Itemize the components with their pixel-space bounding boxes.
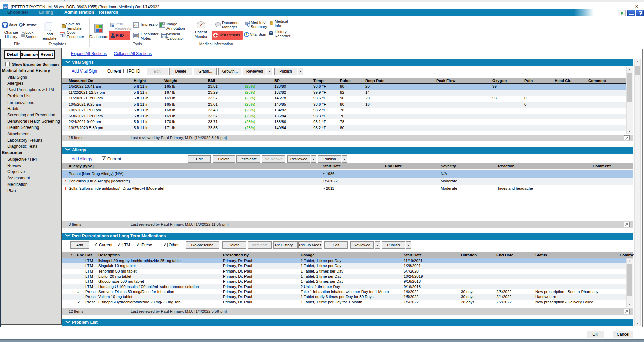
sidebar-item-review[interactable]: Review [7, 163, 21, 168]
rx-history--button[interactable]: Rx History... [273, 241, 298, 249]
delete-button[interactable]: Delete [222, 241, 246, 249]
menu-tab-administration[interactable]: Administration [64, 10, 94, 15]
popout-icon[interactable] [624, 222, 630, 227]
menu-tab-editing[interactable]: Editing [39, 10, 53, 15]
tab-summary[interactable]: Summary [21, 51, 39, 58]
menu-tab-research[interactable]: Research [99, 10, 118, 15]
vitalsign-icon[interactable] [244, 31, 249, 37]
sidebar-item-assessment[interactable]: Assessment [7, 176, 30, 180]
menu-tab-encounter[interactable]: Encounter [7, 10, 28, 15]
column-header-measured-on[interactable]: Measured On [69, 79, 93, 83]
column-header-start-date[interactable]: Start Date [404, 253, 422, 257]
floppy-icon[interactable] [2, 22, 8, 28]
add-link[interactable]: Add Allergy [72, 156, 92, 161]
column-header-start-date[interactable]: Start Date [323, 164, 341, 168]
notes-icon[interactable] [133, 33, 139, 38]
table-row[interactable]: LTMGlucophage 500 mg tabletPrimary, Dr. … [62, 279, 626, 284]
edit-button[interactable]: Edit [188, 155, 211, 163]
copy-icon[interactable] [60, 31, 65, 37]
table-row[interactable]: ✓PrescSerevent Diskus 50 mcg/Dose for In… [62, 289, 626, 294]
column-header-dosage[interactable]: Dosage [301, 253, 315, 257]
filter-checkbox-current[interactable] [102, 156, 106, 161]
table-row[interactable]: 11/20/2021 3:06 pm5 ft 11 in169 lb23.57(… [62, 96, 626, 102]
restore-button[interactable] [636, 10, 644, 16]
delete-button[interactable]: Delete [213, 155, 235, 163]
collapse-all-sections-link[interactable]: Collapse All Sections [114, 51, 152, 56]
gauge-icon[interactable] [197, 21, 205, 28]
chevron-down-icon[interactable] [65, 60, 71, 64]
publish-dropdown-arrow[interactable] [342, 155, 347, 163]
column-header-comment[interactable]: Comment [593, 164, 611, 168]
table-row[interactable]: LTMSingulair 10 mg tabletPrimary, Dr. Pa… [62, 263, 626, 268]
tab-detail[interactable]: Detail [5, 51, 21, 58]
table-row[interactable]: ✓PrescLisinopril-Hydrochlorothiazide 20 … [62, 300, 626, 305]
rxhub-meds-button[interactable]: RxHub Meds [298, 241, 322, 249]
ribbon-button-dashboard[interactable]: Dashboard [89, 35, 109, 39]
column-header-head-cir-[interactable]: Head Cir. [555, 79, 571, 83]
ribbon-button-load-template[interactable]: Load Template [39, 32, 58, 41]
sidebar-item-medication[interactable]: Medication [7, 182, 27, 187]
impression-icon[interactable] [133, 22, 139, 28]
section-header-allergy[interactable]: Allergy [62, 147, 633, 154]
section-header-problem-list[interactable]: Problem List [62, 319, 633, 326]
table-row[interactable]: 10/27/2020 5:30 pm5 ft 11 in171 lb23.85(… [62, 125, 626, 132]
table-row[interactable]: !Penicillins [Drug Allergy] [Moderate]1/… [62, 178, 633, 185]
dashboard-icon[interactable] [94, 24, 103, 33]
column-header-allergy-type-[interactable]: Allergy [type] [69, 164, 94, 168]
ribbon-button-save-as-template[interactable]: Save as Template [66, 22, 86, 31]
column-header-comme[interactable]: Comme [620, 253, 634, 257]
sidebar-item-objective[interactable]: Objective [7, 169, 25, 174]
sidebar-item-health-screening[interactable]: Health Screening [7, 125, 39, 130]
show-encounter-summary-checkbox[interactable] [5, 62, 10, 66]
column-header-peak-flow[interactable]: Peak Flow [436, 79, 455, 83]
ribbon-button-image-annotation[interactable]: Image Annotation [166, 22, 192, 31]
filter-checkbox-other[interactable] [163, 243, 168, 247]
show-encounter-summary[interactable]: Show Encounter Summary [5, 62, 59, 66]
column-header-resp-rate[interactable]: Resp Rate [365, 79, 384, 83]
column-header--[interactable]: ! [71, 253, 72, 257]
ribbon-button-change-history[interactable]: Change History [3, 30, 19, 39]
chevron-down-icon[interactable] [65, 233, 71, 238]
sidebar-item-screening-and-prevention[interactable]: Screening and Prevention [7, 113, 55, 117]
publish-button[interactable]: Publish [382, 241, 405, 249]
column-header-enc-[interactable]: Enc. [77, 253, 85, 257]
graph--button[interactable]: Graph... [194, 68, 217, 75]
column-header-description[interactable]: Description [98, 253, 120, 257]
cancel-button[interactable]: Cancel [613, 331, 633, 338]
delete-button[interactable]: Delete [169, 68, 192, 75]
ribbon-button-lock-screen[interactable]: Lock Screen [25, 30, 40, 39]
ribbon-button-phd[interactable]: PHD [109, 31, 130, 40]
minimize-button[interactable] [627, 10, 635, 16]
image-icon[interactable] [159, 22, 165, 28]
ribbon-button-vital-sign[interactable]: Vital Sign [250, 32, 270, 37]
ok-button[interactable]: OK [587, 331, 604, 338]
column-header-pulse[interactable]: Pulse [340, 79, 351, 83]
save-template-icon[interactable] [60, 22, 65, 28]
table-row[interactable]: LTMlisinopril 20 mg-hydrochlorothiazide … [62, 258, 626, 263]
lock-icon[interactable] [20, 32, 26, 37]
edit-button[interactable]: Edit [324, 241, 348, 249]
sidebar-item-problem-list[interactable]: Problem List [7, 94, 30, 98]
sidebar-item-allergies[interactable]: Allergies [7, 81, 23, 86]
terminate-button[interactable]: Terminate [236, 155, 260, 163]
ribbon-button-encounter-notes[interactable]: Encounter Notes [141, 32, 164, 41]
sidebar-item-laboratory-results[interactable]: Laboratory Results [7, 138, 42, 143]
sidebar-item-plan[interactable]: Plan [7, 188, 16, 193]
growth--button[interactable]: Growth... [218, 68, 241, 75]
reviewed-button[interactable]: Reviewed [350, 241, 374, 249]
reviewed-dropdown-arrow[interactable] [311, 155, 316, 163]
table-row[interactable]: 10/5/2021 9:25 am5 ft 11 in165 lb23.01(2… [62, 102, 626, 108]
column-header-temp[interactable]: Temp [313, 79, 324, 83]
sidebar-item-behavioral-health-screening[interactable]: Behavioral Health Screening [7, 119, 60, 124]
column-header-weight[interactable]: Weight [164, 79, 177, 83]
table-row[interactable]: LTMHumalog U-100 Insulin 100 unit/mL sub… [62, 284, 626, 289]
ribbon-button-document-manager[interactable]: Document Manager [222, 21, 244, 29]
table-row[interactable]: !Sulfa (sulfonamide antibiotics) [Drug A… [62, 185, 633, 192]
sidebar-item-diagnostic-tests[interactable]: Diagnostic Tests [7, 144, 37, 149]
ribbon-button-patient-monitor[interactable]: Patient Monitor [192, 30, 210, 39]
column-header-bp[interactable]: BP [274, 79, 280, 83]
add-button[interactable]: Add [70, 241, 89, 249]
table-row[interactable]: LTMLipitor 20 mg tabletPrimary, Dr. Paul… [62, 274, 626, 279]
column-header-bmi[interactable]: BMI [208, 79, 215, 83]
preview-icon[interactable] [18, 22, 23, 27]
